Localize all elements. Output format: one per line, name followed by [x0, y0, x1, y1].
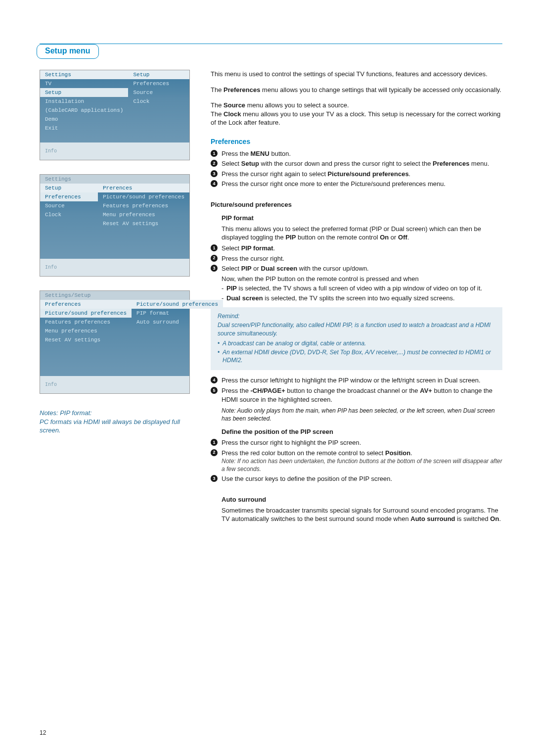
- osd2-r2: Menu preferences: [98, 210, 189, 219]
- top-rule: [40, 44, 502, 44]
- left-note-1: Notes: PIP format:: [40, 409, 193, 418]
- pos-step-3: Use the cursor keys to define the positi…: [211, 474, 502, 483]
- osd2-r3: Reset AV settings: [98, 219, 189, 228]
- pip-step-5: Press the -CH/PAGE+ button to change the…: [211, 386, 502, 404]
- remind-li1: A broadcast can be analog or digital, ca…: [218, 339, 495, 347]
- remind-li2: An external HDMI device (DVD, DVD-R, Set…: [218, 348, 495, 364]
- osd2-right-header: Prerences: [98, 184, 189, 192]
- pos-step-2-note: Note: If no action has been undertaken, …: [222, 457, 502, 473]
- osd2-l0: Preferences: [40, 192, 98, 201]
- osd1-l2: Installation: [40, 97, 128, 106]
- osd3-l1: Features preferences: [40, 318, 132, 327]
- remind-p1: Dual screen/PIP functionality, also call…: [218, 321, 495, 337]
- auto-surround-heading: Auto surround: [222, 495, 502, 504]
- left-note-2: PC formats via HDMI will always be displ…: [40, 418, 193, 435]
- intro-p3: The Source menu allows you to select a s…: [211, 101, 502, 110]
- osd3-right-header: Picture/sound preferences: [132, 300, 223, 309]
- osd3-r1: Auto surround: [132, 318, 223, 327]
- pip-step-3-note: Now, when the PIP button on the remote c…: [222, 275, 502, 284]
- osd2-l2: Clock: [40, 210, 98, 219]
- intro-p4: The Clock menu allows you to use your TV…: [211, 110, 502, 127]
- auto-surround-text: Sometimes the broadcaster transmits spec…: [222, 506, 502, 523]
- pip-bullet-1: PIP is selected, the TV shows a full scr…: [222, 284, 502, 293]
- picture-sound-heading: Picture/sound preferences: [211, 200, 502, 209]
- osd-screenshot-preferences: Settings/Setup Preferences Picture/sound…: [40, 290, 190, 394]
- left-notes: Notes: PIP format: PC formats via HDMI w…: [40, 409, 193, 435]
- osd2-r0: Picture/sound preferences: [98, 192, 189, 201]
- osd1-l3: (CableCARD applications): [40, 106, 128, 115]
- pip-step-1: Select PIP format.: [211, 244, 502, 253]
- body-text: This menu is used to control the setting…: [211, 70, 502, 523]
- pip-bullet-2: Dual screen is selected, the TV splits t…: [222, 294, 502, 303]
- define-pip-position-heading: Define the position of the PIP screen: [222, 427, 502, 436]
- pos-step-1: Press the cursor right to highlight the …: [211, 438, 502, 447]
- osd3-left-header: Preferences: [40, 300, 132, 309]
- osd1-l5: Exit: [40, 124, 128, 133]
- pip-step-4: Press the cursor left/right to highlight…: [211, 376, 502, 385]
- osd1-r1: Source: [128, 88, 189, 97]
- remind-head: Remind:: [218, 312, 495, 320]
- preferences-heading: Preferences: [211, 137, 502, 146]
- osd3-info: Info: [40, 376, 189, 393]
- osd2-l1: Source: [40, 201, 98, 210]
- pip-step-2: Press the cursor right.: [211, 254, 502, 263]
- pip-step-3: Select PIP or Dual screen with the curso…: [211, 264, 502, 273]
- osd1-l4: Demo: [40, 115, 128, 124]
- osd1-left-header: Settings: [40, 70, 128, 79]
- osd1-right-header: Setup: [128, 70, 189, 79]
- pip-format-heading: PIP format: [222, 214, 502, 223]
- prefs-step-2: Select Setup with the cursor down and pr…: [211, 159, 502, 168]
- osd2-info: Info: [40, 259, 189, 276]
- osd3-l0: Picture/sound preferences: [40, 309, 132, 318]
- osd2-left-header: Setup: [40, 184, 98, 192]
- prefs-step-1: Press the MENU button.: [211, 149, 502, 158]
- remind-box: Remind: Dual screen/PIP functionality, a…: [211, 307, 502, 370]
- osd1-r0: Preferences: [128, 79, 189, 88]
- page-number: 12: [40, 729, 46, 736]
- osd2-r1: Features preferences: [98, 201, 189, 210]
- prefs-step-4: Press the cursor right once more to ente…: [211, 180, 502, 189]
- osd1-info: Info: [40, 142, 189, 160]
- osd-screenshot-setup: Settings Setup Preferences Source Clock …: [40, 174, 190, 277]
- osd1-r2: Clock: [128, 97, 189, 106]
- prefs-step-3: Press the cursor right again to select P…: [211, 170, 502, 179]
- osd1-l1: Setup: [40, 88, 128, 97]
- pip-intro: This menu allows you to select the prefe…: [222, 225, 502, 242]
- osd-screenshot-settings: Settings TV Setup Installation (CableCAR…: [40, 70, 190, 160]
- osd3-l2: Menu preferences: [40, 327, 132, 335]
- pip-audio-note: Note: Audio only plays from the main, wh…: [222, 407, 502, 423]
- osd3-title: Settings/Setup: [40, 291, 189, 300]
- intro-p1: This menu is used to control the setting…: [211, 70, 502, 79]
- osd3-l3: Reset AV settings: [40, 335, 132, 344]
- osd3-r0: PIP format: [132, 309, 223, 318]
- pos-step-2: Press the red color button on the remote…: [211, 449, 502, 473]
- page-title: Setup menu: [37, 44, 99, 59]
- osd2-title: Settings: [40, 175, 189, 184]
- osd1-l0: TV: [40, 79, 128, 88]
- intro-p2: The Preferences menu allows you to chang…: [211, 86, 502, 94]
